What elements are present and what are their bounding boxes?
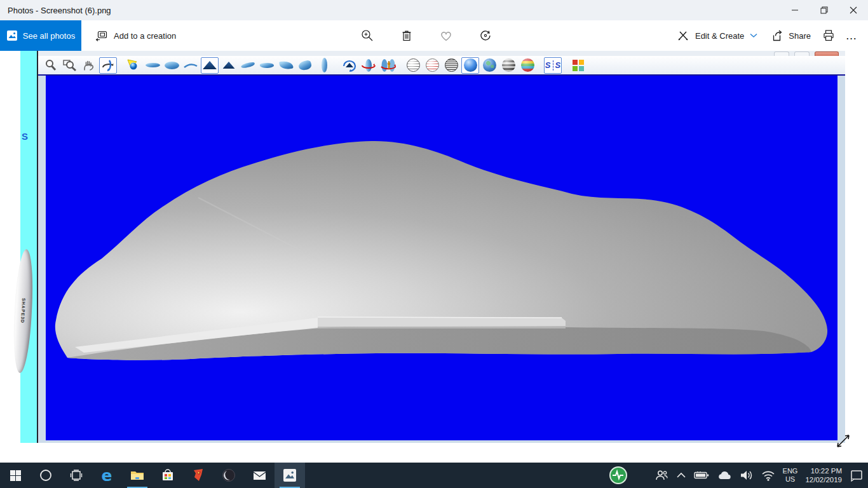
- expand-handle-icon[interactable]: [834, 432, 853, 451]
- photo-app-window: SS: [37, 51, 845, 443]
- command-bar: See all photos Add to a creation: [0, 20, 868, 51]
- sphere-rainbow-icon: [519, 57, 536, 74]
- sphere-globe-icon: [480, 57, 498, 74]
- photos-icon: [6, 30, 18, 41]
- blade-three-quarter-icon: [277, 57, 295, 74]
- clock[interactable]: 10:22 PM 12/02/2019: [802, 463, 845, 488]
- close-button[interactable]: [839, 0, 868, 20]
- favorite-button[interactable]: [435, 24, 458, 47]
- edit-create-button[interactable]: Edit & Create: [670, 20, 764, 51]
- center-tools: [356, 20, 497, 51]
- minimize-icon: [791, 6, 799, 14]
- system-tray: ENG US 10:22 PM 12/02/2019: [606, 463, 868, 488]
- store-button[interactable]: [153, 463, 183, 488]
- sphere-blue-icon: [461, 57, 479, 74]
- restore-button[interactable]: [810, 0, 839, 20]
- search-button[interactable]: [31, 463, 61, 488]
- add-to-creation-button[interactable]: Add to a creation: [89, 20, 182, 51]
- outline-oval-icon: [163, 57, 180, 74]
- taskbar: e: [0, 463, 868, 488]
- delete-button[interactable]: [395, 24, 418, 47]
- see-all-photos-label: See all photos: [23, 31, 75, 41]
- minimize-button[interactable]: [780, 0, 810, 20]
- restore-icon: [820, 6, 828, 14]
- blade-full-icon: [296, 57, 314, 74]
- foxit-icon: [192, 468, 205, 482]
- edge-button[interactable]: e: [92, 463, 122, 488]
- file-explorer-icon: [130, 470, 144, 481]
- rocker-curve-icon: [182, 57, 200, 74]
- pulse-monitor-tray-icon[interactable]: [606, 463, 631, 488]
- language-indicator[interactable]: ENG US: [780, 463, 801, 488]
- wifi-icon[interactable]: [758, 463, 778, 488]
- surfboard-label: SHAPE3D: [20, 298, 26, 323]
- hidden-icons-chevron[interactable]: [673, 463, 689, 488]
- add-to-creation-label: Add to a creation: [114, 31, 176, 41]
- action-center-button[interactable]: [846, 463, 867, 488]
- taskbar-apps: e: [0, 463, 305, 488]
- photo-desktop-strip: S: [20, 51, 37, 443]
- print-button[interactable]: [817, 24, 840, 47]
- mail-icon: [253, 470, 266, 481]
- section-small-icon: [220, 57, 238, 74]
- symmetry-icon: SS: [544, 57, 562, 74]
- people-icon[interactable]: [651, 463, 672, 488]
- app-titlebar-partial: [38, 51, 845, 56]
- zoom-window-icon: [61, 57, 79, 74]
- outline-flat-icon: [144, 57, 161, 74]
- more-button[interactable]: …: [840, 24, 863, 47]
- sphere-wireframe-icon: [442, 57, 460, 74]
- titlebar: Photos - Screenshot (6).png: [0, 0, 868, 20]
- volume-icon[interactable]: [736, 463, 757, 488]
- window-title: Photos - Screenshot (6).png: [0, 6, 780, 15]
- photo-stage: S SHAPE3D: [0, 51, 868, 463]
- photos-app-button[interactable]: [275, 463, 305, 488]
- close-icon: [850, 6, 857, 14]
- blade-curve-icon: [258, 57, 276, 74]
- color-grid-icon: [569, 57, 587, 74]
- chevron-down-icon: [750, 33, 757, 38]
- zoom-in-icon: [42, 57, 60, 74]
- see-all-photos-button[interactable]: See all photos: [0, 20, 81, 51]
- onedrive-icon[interactable]: [714, 463, 735, 488]
- toolbar-separator: [538, 57, 544, 74]
- edit-create-icon: [677, 29, 689, 42]
- start-button[interactable]: [0, 463, 31, 488]
- toolbar-separator: [563, 57, 569, 74]
- app-button-partial: [774, 51, 789, 56]
- dark-sphere-icon: [222, 468, 236, 482]
- edge-icon: e: [102, 468, 112, 484]
- more-label: …: [846, 32, 858, 39]
- photos-taskbar-icon: [283, 468, 297, 482]
- cortana-icon: [39, 469, 52, 482]
- print-icon: [822, 29, 836, 43]
- rotate-3d-icon: [99, 57, 117, 74]
- clock-time: 10:22 PM: [811, 467, 842, 475]
- right-tools: Edit & Create Share …: [670, 20, 863, 51]
- symmetry-right-label: S: [555, 60, 561, 70]
- zoom-in-icon: [360, 29, 374, 43]
- store-icon: [161, 469, 174, 482]
- battery-icon[interactable]: [691, 463, 712, 488]
- task-view-icon: [70, 470, 83, 481]
- spotlight-icon: [125, 57, 142, 74]
- share-button[interactable]: Share: [764, 20, 817, 51]
- dark-sphere-app-button[interactable]: [214, 463, 244, 488]
- sphere-gray-stripes-icon: [499, 57, 517, 74]
- zoom-button[interactable]: [356, 24, 379, 47]
- foxit-button[interactable]: [183, 463, 214, 488]
- task-view-button[interactable]: [61, 463, 92, 488]
- clock-date: 12/02/2019: [805, 476, 842, 484]
- rotate-button[interactable]: [474, 24, 497, 47]
- heart-icon: [438, 29, 454, 43]
- app-3d-viewport: [46, 76, 837, 440]
- mail-button[interactable]: [244, 463, 275, 488]
- photo-screenshot[interactable]: S SHAPE3D: [20, 51, 845, 443]
- share-icon: [770, 29, 783, 42]
- language-line1: ENG: [783, 467, 798, 475]
- flip-board-icon: [379, 57, 397, 74]
- file-explorer-button[interactable]: [122, 463, 153, 488]
- window-controls: [780, 0, 868, 20]
- share-label: Share: [789, 31, 811, 41]
- windows-logo-icon: [10, 470, 21, 481]
